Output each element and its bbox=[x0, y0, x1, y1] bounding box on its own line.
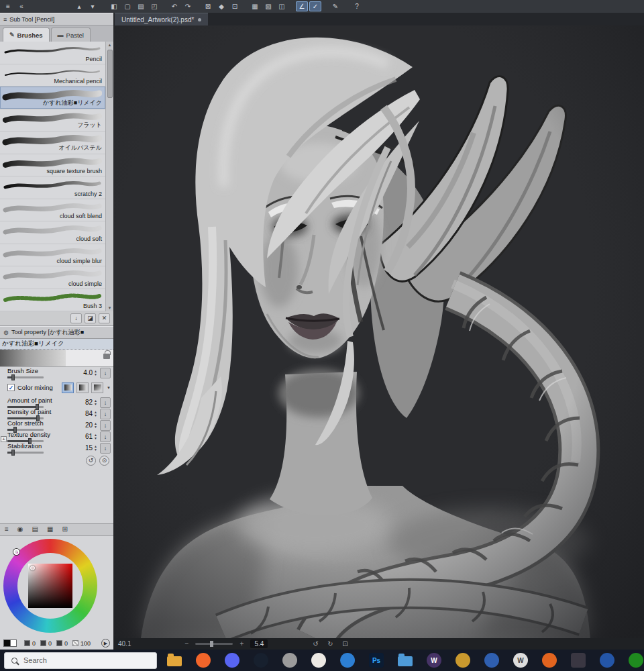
transform-icon[interactable]: ⊡ bbox=[229, 1, 241, 11]
subtool-panel-header[interactable]: ≡ Sub Tool [Pencil] bbox=[0, 13, 113, 25]
brush-item[interactable]: square texture brush bbox=[0, 154, 105, 177]
chevron-down-icon[interactable]: ▼ bbox=[107, 386, 111, 390]
blue-app-2-icon[interactable] bbox=[598, 652, 616, 669]
fill-icon[interactable]: ◆ bbox=[215, 1, 227, 11]
gold-app-icon[interactable] bbox=[454, 652, 472, 669]
property-dynamics-button[interactable]: ↓ bbox=[100, 409, 111, 419]
menu-icon[interactable]: ≡ bbox=[5, 525, 9, 535]
brush-item[interactable]: Bush 3 bbox=[0, 289, 105, 312]
color-wheel-tab-icon[interactable]: ◉ bbox=[17, 525, 23, 535]
zoom-value[interactable]: 5.4 bbox=[250, 639, 268, 648]
property-value[interactable]: 15 bbox=[75, 444, 93, 452]
purple-w-app-icon[interactable]: W bbox=[425, 652, 443, 669]
redo-icon[interactable]: ↷ bbox=[182, 1, 194, 11]
brush-item[interactable]: scratchy 2 bbox=[0, 176, 105, 199]
property-dynamics-button[interactable]: ↓ bbox=[100, 443, 111, 454]
help-icon[interactable]: ? bbox=[351, 1, 363, 11]
fit-screen-icon[interactable]: ⊡ bbox=[340, 640, 350, 648]
blue-folder-icon[interactable] bbox=[396, 652, 414, 669]
sv-marker[interactable] bbox=[30, 566, 35, 570]
brush-item[interactable]: cloud simple bbox=[0, 266, 105, 289]
canvas[interactable] bbox=[114, 25, 644, 638]
property-value[interactable]: 82 bbox=[75, 399, 93, 406]
file-explorer-icon[interactable] bbox=[166, 652, 183, 669]
orange-app-icon[interactable] bbox=[541, 652, 558, 669]
open-file-icon[interactable]: ▤ bbox=[135, 1, 147, 11]
property-dynamics-button[interactable]: ↓ bbox=[100, 420, 111, 431]
scrollbar-thumb[interactable] bbox=[107, 50, 113, 98]
mixing-mode-smear-button[interactable] bbox=[76, 382, 89, 393]
brush-item[interactable]: Pencil bbox=[0, 42, 105, 64]
import-brush-icon[interactable]: ↓ bbox=[70, 313, 82, 323]
brush-item[interactable]: Mechanical pencil bbox=[0, 64, 105, 87]
rotate-left-icon[interactable]: ↺ bbox=[311, 640, 320, 648]
brush-item[interactable]: オイルパステル bbox=[0, 132, 105, 154]
color-history-tab-icon[interactable]: ⊞ bbox=[62, 525, 67, 535]
scroll-up-icon[interactable]: ▲ bbox=[108, 42, 112, 48]
snap-ruler-icon[interactable]: ∠ bbox=[296, 1, 308, 11]
mixing-mode-blend-button[interactable] bbox=[62, 382, 74, 393]
duplicate-brush-icon[interactable]: ◪ bbox=[85, 313, 96, 323]
play-icon[interactable]: ▶ bbox=[101, 639, 110, 648]
gimp-icon[interactable] bbox=[281, 652, 299, 669]
property-dynamics-button[interactable]: ↓ bbox=[100, 431, 111, 442]
property-spinner[interactable]: ▲▼ bbox=[94, 370, 97, 376]
tab-brushes[interactable]: ✎ Brushes bbox=[3, 28, 50, 42]
delete-brush-icon[interactable]: ✕ bbox=[99, 313, 110, 323]
search-input[interactable] bbox=[23, 656, 124, 664]
brush-item[interactable]: cloud simple blur bbox=[0, 244, 105, 267]
tool-property-header[interactable]: ⚙ Tool property [かすれ油彩■ bbox=[0, 326, 113, 339]
brush-item[interactable]: cloud soft blend bbox=[0, 199, 105, 222]
firefox-icon[interactable] bbox=[195, 652, 212, 669]
discord-icon[interactable] bbox=[223, 652, 241, 669]
property-slider[interactable] bbox=[7, 452, 44, 454]
app-icon[interactable]: ◧ bbox=[108, 1, 120, 11]
taskbar-search[interactable] bbox=[4, 652, 157, 669]
battle-net-icon[interactable] bbox=[483, 652, 500, 669]
zoom-out-icon[interactable]: − bbox=[182, 640, 191, 648]
property-spinner[interactable]: ▲▼ bbox=[94, 411, 97, 417]
property-value[interactable]: 84 bbox=[75, 410, 93, 417]
property-spinner[interactable]: ▲▼ bbox=[94, 433, 97, 440]
property-dynamics-button[interactable]: ↓ bbox=[100, 368, 111, 378]
game-portrait-icon[interactable] bbox=[570, 652, 587, 669]
zoom-slider[interactable] bbox=[195, 643, 233, 645]
expand-icon[interactable]: + bbox=[1, 436, 7, 442]
restore-defaults-icon[interactable]: ↺ bbox=[86, 456, 96, 466]
hue-ring[interactable] bbox=[3, 539, 97, 633]
color-set-tab-icon[interactable]: ▦ bbox=[47, 525, 53, 535]
tab-pastel[interactable]: ▬ Pastel bbox=[51, 28, 91, 42]
detail-settings-icon[interactable]: ⊙ bbox=[99, 456, 109, 466]
brush-item[interactable]: cloud soft bbox=[0, 221, 105, 244]
lock-icon[interactable] bbox=[103, 354, 110, 359]
rotate-right-icon[interactable]: ↻ bbox=[325, 640, 335, 648]
property-slider[interactable] bbox=[7, 376, 44, 378]
brush-item[interactable]: かすれ油彩■リメイク bbox=[0, 87, 105, 109]
clear-icon[interactable]: ⊠ bbox=[202, 1, 214, 11]
save-file-icon[interactable]: ◰ bbox=[148, 1, 160, 11]
property-value[interactable]: 20 bbox=[75, 421, 93, 429]
subtool-menu-icon[interactable]: ≡ bbox=[3, 16, 7, 23]
paint-app-icon[interactable] bbox=[310, 652, 327, 669]
snap-special-ruler-icon[interactable]: ✓ bbox=[309, 1, 321, 11]
property-spinner[interactable]: ▲▼ bbox=[94, 399, 97, 405]
select-area-icon[interactable]: ▦ bbox=[249, 1, 261, 11]
deselect-icon[interactable]: ▧ bbox=[262, 1, 274, 11]
invert-select-icon[interactable]: ◫ bbox=[276, 1, 288, 11]
property-value[interactable]: 61 bbox=[75, 433, 93, 440]
blue-app-icon[interactable] bbox=[339, 652, 356, 669]
property-value[interactable]: 4.0 bbox=[75, 369, 93, 376]
foreground-color-swatch[interactable] bbox=[3, 639, 11, 647]
brush-item[interactable]: フラット bbox=[0, 109, 105, 132]
white-w-app-icon[interactable]: W bbox=[512, 652, 529, 669]
photoshop-icon[interactable]: Ps bbox=[368, 652, 385, 669]
xbox-icon[interactable] bbox=[627, 652, 644, 669]
mixing-mode-stretch-button[interactable] bbox=[91, 382, 103, 393]
property-dynamics-button[interactable]: ↓ bbox=[100, 397, 111, 408]
collapse-panel-icon[interactable]: « bbox=[15, 1, 28, 11]
zoom-in-icon[interactable]: + bbox=[237, 640, 246, 648]
pen-icon[interactable]: ✎ bbox=[329, 1, 341, 11]
color-slider-tab-icon[interactable]: ▤ bbox=[32, 525, 38, 535]
new-file-icon[interactable]: ▢ bbox=[121, 1, 133, 11]
menu-icon[interactable]: ≡ bbox=[2, 1, 14, 11]
